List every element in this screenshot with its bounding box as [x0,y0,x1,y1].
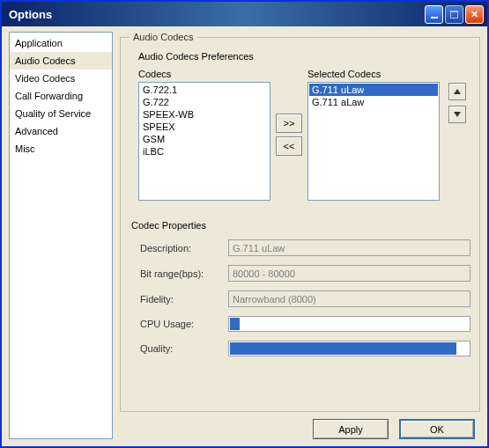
cpu-usage-label: CPU Usage: [140,319,228,329]
content-area: Application Audio Codecs Video Codecs Ca… [2,26,487,446]
cpu-usage-fill [230,318,240,330]
sidebar-item-misc[interactable]: Misc [10,140,112,158]
minimize-button[interactable] [425,5,443,24]
svg-marker-1 [454,112,461,117]
available-codecs-list[interactable]: G.722.1 G.722 SPEEX-WB SPEEX GSM iLBC [138,82,270,201]
selected-codecs-label: Selected Codecs [307,69,440,79]
move-right-button[interactable]: >> [276,114,302,133]
window-title: Options [9,8,52,21]
upper-layout: Application Audio Codecs Video Codecs Ca… [9,32,480,439]
settings-panel: Audio Codecs Audio Codecs Preferences Co… [120,32,480,439]
list-item[interactable]: G.711 uLaw [309,84,438,96]
codec-properties-label: Codec Properties [131,220,470,231]
ok-button[interactable]: OK [399,419,475,439]
sidebar-item-application[interactable]: Application [10,34,112,52]
chevron-up-icon [454,89,461,94]
apply-button[interactable]: Apply [313,419,389,439]
description-field: G.711 uLaw [228,239,470,256]
list-item[interactable]: GSM [140,133,269,145]
list-item[interactable]: G.722 [140,96,269,108]
list-item[interactable]: iLBC [140,145,269,158]
sidebar-item-call-forwarding[interactable]: Call Forwarding [10,87,112,105]
move-up-button[interactable] [448,83,466,100]
options-window: Options ✕ Application Audio Codecs Video… [0,0,489,448]
cpu-usage-bar [228,316,470,332]
codec-lists-row: Codecs G.722.1 G.722 SPEEX-WB SPEEX GSM … [138,69,470,201]
chevron-down-icon [454,112,461,117]
move-down-button[interactable] [448,106,466,123]
sidebar-item-advanced[interactable]: Advanced [10,122,112,140]
sidebar-item-quality-of-service[interactable]: Quality of Service [10,105,112,122]
selected-codecs-list[interactable]: G.711 uLaw G.711 aLaw [307,82,440,201]
category-sidebar: Application Audio Codecs Video Codecs Ca… [9,32,113,439]
quality-label: Quality: [140,343,228,354]
group-legend: Audio Codecs [130,32,197,42]
fidelity-field: Narrowband (8000) [228,290,470,307]
dialog-footer: Apply OK [120,412,480,439]
available-codecs-column: Codecs G.722.1 G.722 SPEEX-WB SPEEX GSM … [138,69,270,201]
bitrange-label: Bit range(bps): [140,268,228,279]
close-button[interactable]: ✕ [465,5,484,24]
sidebar-item-video-codecs[interactable]: Video Codecs [10,70,112,87]
minimize-icon [431,17,438,18]
window-controls: ✕ [425,5,484,24]
maximize-button[interactable] [445,5,463,24]
svg-marker-0 [454,89,461,94]
list-item[interactable]: G.711 aLaw [309,96,438,108]
quality-fill [230,342,456,355]
fidelity-label: Fidelity: [140,294,228,305]
titlebar: Options ✕ [2,2,487,26]
preferences-heading: Audio Codecs Preferences [138,51,470,62]
codec-properties: Codec Properties Description: G.711 uLaw… [131,220,470,365]
quality-bar [228,341,470,356]
selected-codecs-column: Selected Codecs G.711 uLaw G.711 aLaw [307,69,440,201]
move-left-button[interactable]: << [276,136,302,156]
list-item[interactable]: SPEEX-WB [140,108,269,121]
bitrange-field: 80000 - 80000 [228,265,470,282]
audio-codecs-group: Audio Codecs Audio Codecs Preferences Co… [120,32,480,412]
transfer-buttons: >> << [276,69,302,201]
description-label: Description: [140,243,228,253]
list-item[interactable]: SPEEX [140,121,269,133]
maximize-icon [450,11,458,18]
list-item[interactable]: G.722.1 [140,84,269,96]
reorder-buttons [448,83,466,201]
sidebar-item-audio-codecs[interactable]: Audio Codecs [10,52,112,70]
close-icon: ✕ [470,9,478,20]
available-codecs-label: Codecs [138,69,270,79]
